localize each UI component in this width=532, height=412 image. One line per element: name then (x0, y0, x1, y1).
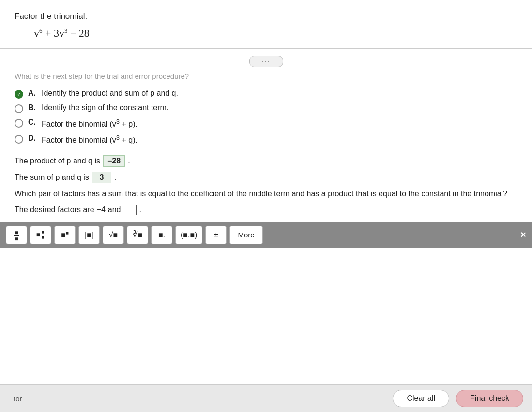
option-c[interactable]: C. Factor the binomial (v3 + p). (15, 118, 517, 129)
absolute-value-icon: |■| (85, 231, 93, 239)
more-button[interactable]: More (229, 226, 262, 244)
desired-value1: −4 (97, 206, 106, 214)
desired-label: The desired factors are (15, 206, 94, 214)
radio-b[interactable] (15, 104, 23, 113)
fraction-button[interactable]: ■■ (6, 226, 27, 244)
option-d[interactable]: D. Factor the binomial (v3 + q). (15, 134, 517, 145)
question-header: What is the next step for the trial and … (15, 72, 517, 80)
radio-c[interactable] (15, 119, 23, 128)
bottom-left-label: tor (9, 395, 22, 403)
bottom-bar: tor Clear all Final check (0, 384, 532, 412)
option-d-text: Factor the binomial (v3 + q). (42, 134, 137, 145)
option-b[interactable]: B. Identify the sign of the constant ter… (15, 103, 517, 113)
sqrt-icon: √■ (109, 231, 118, 239)
dots-button[interactable]: ··· (249, 56, 283, 67)
option-c-label: C. (28, 118, 37, 127)
sum-label: The sum of p and q is (15, 173, 89, 182)
radio-d[interactable] (15, 135, 23, 144)
final-check-button[interactable]: Final check (456, 390, 523, 407)
mixed-number-icon: ■■■ (36, 230, 46, 240)
option-b-label: B. (28, 103, 37, 112)
math-toolbar: ■■ ■■■ ■■ |■| √■ ∛■ (0, 222, 532, 248)
trinomial-expression: v6 + 3v3 − 28 (34, 27, 517, 40)
absolute-value-button[interactable]: |■| (78, 226, 100, 244)
option-d-label: D. (28, 134, 37, 143)
option-a-text: Identify the product and sum of p and q. (42, 89, 178, 98)
product-label: The product of p and q is (15, 157, 100, 165)
plusminus-icon: ± (214, 231, 218, 239)
superscript-icon: ■■ (61, 230, 69, 239)
sqrt-button[interactable]: √■ (103, 226, 124, 244)
mixed-number-button[interactable]: ■■■ (30, 226, 51, 244)
clear-all-button[interactable]: Clear all (393, 390, 449, 407)
option-a[interactable]: A. Identify the product and sum of p and… (15, 89, 517, 99)
product-value: −28 (103, 155, 125, 167)
interval-icon: (■,■) (181, 231, 197, 239)
interval-button[interactable]: (■,■) (175, 226, 202, 244)
desired-factors-line: The desired factors are −4 and . (15, 205, 517, 215)
radio-a[interactable] (15, 90, 23, 99)
main-container: Factor the trinomial. v6 + 3v3 − 28 ··· … (0, 0, 532, 384)
desired-and: and (108, 206, 121, 214)
fraction-icon: ■■ (14, 228, 19, 242)
cbrt-button[interactable]: ∛■ (127, 226, 148, 244)
product-statement: The product of p and q is −28 . (15, 155, 517, 167)
problem-title: Factor the trinomial. (15, 12, 517, 21)
toolbar-buttons: ■■ ■■■ ■■ |■| √■ ∛■ (6, 226, 263, 244)
superscript-button[interactable]: ■■ (54, 226, 76, 244)
sum-statement: The sum of p and q is 3 . (15, 172, 517, 183)
option-c-text: Factor the binomial (v3 + p). (42, 118, 137, 129)
divider (0, 48, 532, 49)
which-pair-text: Which pair of factors has a sum that is … (15, 188, 517, 200)
decimal-button[interactable]: ■. (151, 226, 172, 244)
sum-value: 3 (92, 172, 111, 183)
toolbar-close-button[interactable]: × (520, 229, 526, 240)
plusminus-button[interactable]: ± (205, 226, 227, 244)
desired-input[interactable] (123, 205, 137, 215)
cbrt-icon: ∛■ (133, 230, 142, 239)
decimal-icon: ■. (158, 231, 165, 239)
option-a-label: A. (28, 89, 37, 98)
option-b-text: Identify the sign of the constant term. (42, 103, 168, 112)
options-list: A. Identify the product and sum of p and… (15, 89, 517, 145)
